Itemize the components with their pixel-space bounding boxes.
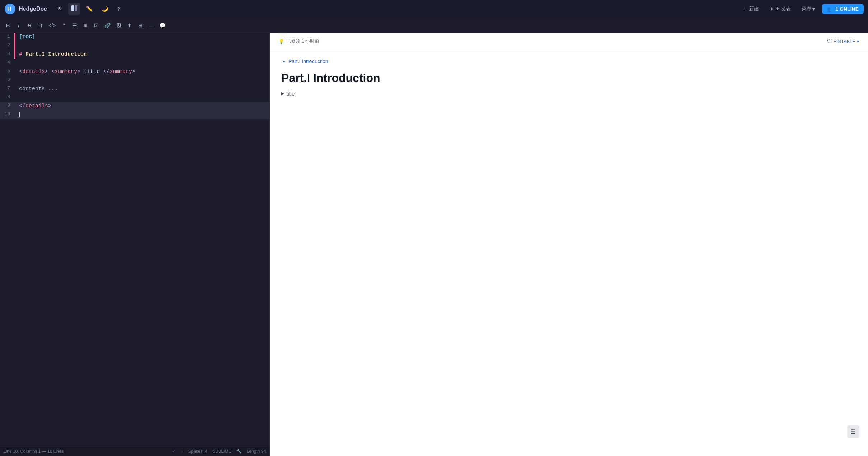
publish-button[interactable]: ✈ ✈ 发表 bbox=[766, 4, 795, 14]
ordered-list-button[interactable]: ≡ bbox=[80, 20, 90, 31]
line-bar-7 bbox=[14, 85, 15, 93]
hedgedoc-logo-icon: H bbox=[4, 3, 16, 15]
view-mode-button[interactable]: 👁 bbox=[54, 4, 65, 14]
expand-arrow-icon: ▶ bbox=[281, 91, 284, 96]
line-bar-4 bbox=[14, 59, 15, 68]
scroll-icon: ☰ bbox=[851, 429, 856, 435]
chevron-down-icon: ▾ bbox=[857, 39, 859, 44]
line-bar-6 bbox=[14, 76, 15, 85]
wrench-icon: 🔧 bbox=[236, 449, 242, 454]
editor-pane[interactable]: 1 [TOC] 2 3 # Part.I Introduction 4 bbox=[0, 33, 270, 456]
status-bar: Line 10, Columns 1 — 10 Lines ✓ ○ Spaces… bbox=[0, 446, 269, 456]
modified-text: 已修改 1 小时前 bbox=[286, 38, 319, 45]
help-button[interactable]: ? bbox=[114, 4, 123, 14]
svg-rect-3 bbox=[75, 5, 77, 11]
check-icon: ✓ bbox=[172, 449, 175, 454]
line-number-10: 10 bbox=[0, 111, 14, 118]
line-content-5: <details> <summary> title </summary> bbox=[18, 68, 269, 76]
status-right: ✓ ○ Spaces: 4 SUBLIME 🔧 Length 94 bbox=[172, 449, 266, 454]
night-mode-button[interactable]: 🌙 bbox=[99, 4, 111, 14]
line-bar-10 bbox=[14, 111, 15, 119]
line-bar-2 bbox=[14, 42, 15, 50]
line-content-4 bbox=[18, 59, 269, 68]
chevron-down-icon: ▾ bbox=[812, 6, 815, 12]
image-button[interactable]: 🖼 bbox=[114, 20, 124, 31]
help-icon: ? bbox=[117, 6, 120, 12]
link-button[interactable]: 🔗 bbox=[102, 20, 113, 31]
hr-button[interactable]: — bbox=[146, 20, 156, 31]
line-content-8 bbox=[18, 93, 269, 102]
code-line-8: 8 bbox=[0, 93, 269, 102]
app-name: HedgeDoc bbox=[19, 6, 47, 12]
line-bar-8 bbox=[14, 93, 15, 102]
task-list-button[interactable]: ☑ bbox=[91, 20, 101, 31]
ol-icon: ≡ bbox=[84, 23, 87, 28]
summary-text: title bbox=[286, 90, 295, 97]
line-number-6: 6 bbox=[0, 76, 14, 84]
editor-mode: SUBLIME bbox=[212, 449, 231, 454]
shield-icon: 🛡 bbox=[827, 39, 832, 44]
details-element[interactable]: ▶ title bbox=[281, 90, 857, 97]
split-mode-button[interactable] bbox=[68, 3, 80, 15]
bold-button[interactable]: B bbox=[3, 20, 13, 31]
scroll-to-top-button[interactable]: ☰ bbox=[847, 425, 859, 438]
inline-code-button[interactable]: </> bbox=[46, 20, 58, 31]
line-number-1: 1 bbox=[0, 33, 14, 41]
preview-content: Part.I Introduction Part.I Introduction … bbox=[270, 50, 868, 456]
logo-area: H HedgeDoc bbox=[4, 3, 47, 15]
line-number-7: 7 bbox=[0, 85, 14, 92]
line-bar-9 bbox=[14, 102, 15, 111]
code-line-3: 3 # Part.I Introduction bbox=[0, 50, 269, 59]
line-number-4: 4 bbox=[0, 59, 14, 66]
split-icon bbox=[71, 5, 78, 13]
line-content-1: [TOC] bbox=[18, 33, 269, 42]
comment-button[interactable]: 💬 bbox=[157, 20, 168, 31]
image-icon: 🖼 bbox=[116, 23, 121, 28]
table-icon: ⊞ bbox=[138, 23, 142, 28]
bulb-icon: 💡 bbox=[278, 39, 284, 44]
toc-item-introduction[interactable]: Part.I Introduction bbox=[288, 59, 857, 64]
online-users-button[interactable]: 👥 1 ONLINE bbox=[822, 4, 864, 14]
blockquote-button[interactable]: " bbox=[59, 20, 69, 31]
unordered-list-button[interactable]: ☰ bbox=[70, 20, 80, 31]
editable-badge[interactable]: 🛡 EDITABLE ▾ bbox=[827, 39, 859, 44]
svg-text:H: H bbox=[7, 6, 11, 12]
menu-button[interactable]: 菜单 ▾ bbox=[798, 4, 818, 14]
upload-button[interactable]: ⬆ bbox=[125, 20, 135, 31]
code-line-7: 7 contents ... bbox=[0, 85, 269, 93]
line-number-8: 8 bbox=[0, 93, 14, 101]
editor-toolbar: B I S H </> " ☰ ≡ ☑ 🔗 🖼 ⬆ ⊞ — 💬 bbox=[0, 18, 868, 33]
length-info: Length 94 bbox=[247, 449, 266, 454]
line-number-2: 2 bbox=[0, 42, 14, 49]
pencil-icon: ✏️ bbox=[86, 6, 93, 12]
line-bar-5 bbox=[14, 68, 15, 76]
modified-indicator: 💡 已修改 1 小时前 bbox=[278, 38, 319, 45]
line-content-7: contents ... bbox=[18, 85, 269, 93]
line-number-3: 3 bbox=[0, 50, 14, 58]
code-editor[interactable]: 1 [TOC] 2 3 # Part.I Introduction 4 bbox=[0, 33, 269, 446]
line-number-9: 9 bbox=[0, 102, 14, 110]
preview-header: 💡 已修改 1 小时前 🛡 EDITABLE ▾ bbox=[270, 33, 868, 50]
code-line-2: 2 bbox=[0, 42, 269, 50]
preview-heading: Part.I Introduction bbox=[281, 71, 857, 85]
strikethrough-button[interactable]: S bbox=[24, 20, 34, 31]
table-button[interactable]: ⊞ bbox=[135, 20, 145, 31]
code-line-9: 9 </details> bbox=[0, 102, 269, 111]
code-line-1: 1 [TOC] bbox=[0, 33, 269, 42]
heading-button[interactable]: H bbox=[35, 20, 45, 31]
new-note-button[interactable]: + 新建 bbox=[741, 4, 762, 14]
italic-icon: I bbox=[18, 23, 19, 28]
link-icon: 🔗 bbox=[104, 23, 111, 28]
heading-icon: H bbox=[38, 23, 42, 28]
line-content-10 bbox=[18, 111, 269, 119]
line-number-5: 5 bbox=[0, 68, 14, 75]
publish-icon: ✈ bbox=[770, 6, 774, 12]
italic-button[interactable]: I bbox=[14, 20, 24, 31]
quote-icon: " bbox=[63, 23, 65, 28]
code-line-10: 10 bbox=[0, 111, 269, 119]
code-line-6: 6 bbox=[0, 76, 269, 85]
moon-icon: 🌙 bbox=[102, 6, 108, 12]
edit-mode-button[interactable]: ✏️ bbox=[83, 4, 96, 14]
spaces-info: Spaces: 4 bbox=[188, 449, 207, 454]
checklist-icon: ☑ bbox=[94, 23, 99, 28]
